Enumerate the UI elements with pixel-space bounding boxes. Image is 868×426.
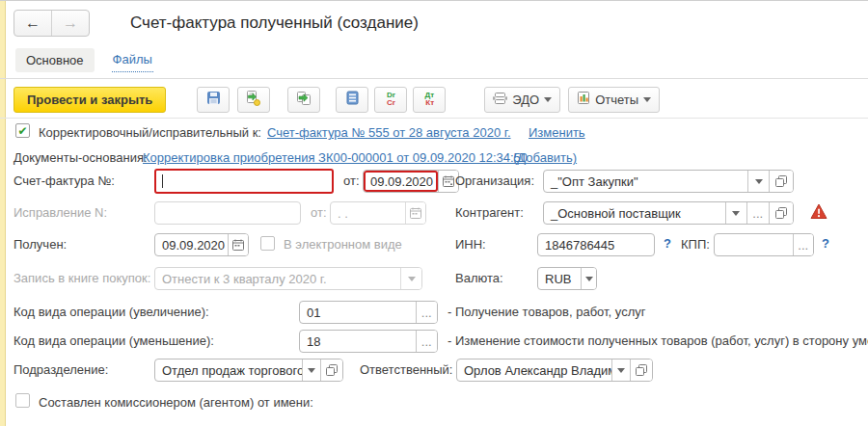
corrective-invoice-link[interactable]: Счет-фактура № 555 от 28 августа 2020 г. <box>267 125 511 140</box>
post-document-button[interactable] <box>237 87 270 113</box>
correction-date-group: . . <box>330 201 426 225</box>
drcr-international-button[interactable]: DrCr <box>374 87 407 113</box>
responsible-label: Ответственный: <box>360 362 452 377</box>
invoice-date-label: от: <box>343 173 360 188</box>
calendar-icon[interactable] <box>405 202 425 224</box>
op-decrease-input[interactable]: 18 <box>300 331 416 352</box>
department-row: Подразделение: Отдел продаж торгового От… <box>0 358 868 385</box>
correction-date-label: от: <box>311 205 327 220</box>
corrective-checkbox[interactable] <box>15 123 30 138</box>
received-label: Получен: <box>14 237 67 252</box>
electronic-label: В электронном виде <box>284 237 402 252</box>
edo-exchange-icon <box>493 92 507 108</box>
op-increase-input[interactable]: 01 <box>300 302 416 323</box>
tab-files[interactable]: Файлы <box>112 47 153 72</box>
ellipsis-select-button[interactable]: ... <box>793 234 813 255</box>
correction-row: Исправление N: от: . . Контрагент: _Осно… <box>0 200 868 227</box>
op-increase-description: - Получение товаров, работ, услуг <box>448 305 646 319</box>
currency-select[interactable]: RUB <box>537 267 597 290</box>
calendar-icon[interactable] <box>228 234 248 255</box>
corrective-change-link[interactable]: Изменить <box>529 125 585 140</box>
reports-menu-label: Отчеты <box>595 93 638 107</box>
op-increase-label: Код вида операции (увеличение): <box>14 305 209 319</box>
invoice-date-input[interactable]: 09.09.2020 <box>364 171 438 192</box>
received-date-group: 09.09.2020 <box>154 233 249 256</box>
responsible-field-group: Орлов Александр Владимирович <box>456 359 653 382</box>
register-list-icon <box>346 91 359 108</box>
counterparty-field-group: _Основной поставщик ... <box>543 201 794 225</box>
organization-input[interactable]: _"Опт Закупки" <box>544 171 747 192</box>
chevron-down-icon[interactable] <box>747 171 768 192</box>
register-records-button[interactable] <box>336 87 368 113</box>
edo-menu-label: ЭДО <box>512 93 539 107</box>
invoice-number-input[interactable] <box>154 169 334 194</box>
chevron-down-icon[interactable] <box>400 268 421 289</box>
organization-field-group: _"Опт Закупки" <box>543 170 794 193</box>
kpp-help-icon[interactable]: ? <box>822 236 829 251</box>
inn-input[interactable]: 1846786445 <box>537 233 655 256</box>
base-doc-link[interactable]: Корректировка приобретения ЗК00-000001 о… <box>143 150 528 165</box>
form-header: Счет-фактура полученный (создание) <box>14 10 419 37</box>
purchase-book-select[interactable]: Отнести к 3 кварталу 2020 г. <box>154 267 422 290</box>
department-input[interactable]: Отдел продаж торгового <box>155 359 302 381</box>
copy-documents-icon <box>296 91 312 109</box>
tab-bar: Основное Файлы <box>15 47 153 72</box>
dtkt-postings-button[interactable]: ДтКт <box>413 87 446 113</box>
ellipsis-select-button[interactable]: ... <box>416 302 437 323</box>
commissioner-row: Составлен комиссионером (агентом) от име… <box>0 390 868 417</box>
op-code-decrease-row: Код вида операции (уменьшение): 18 ... -… <box>0 329 868 356</box>
op-code-increase-row: Код вида операции (увеличение): 01 ... -… <box>0 300 868 327</box>
invoice-received-form: { "colors": { "accent_yellow": "#fcd103"… <box>0 0 868 426</box>
correction-number-input[interactable] <box>154 201 301 225</box>
post-and-close-button[interactable]: Провести и закрыть <box>14 87 166 113</box>
toolbar: Провести и закрыть DrCr ДтКт ЭДО <box>14 86 660 113</box>
op-decrease-label: Код вида операции (уменьшение): <box>14 333 214 348</box>
text-caret <box>162 174 163 188</box>
department-field-group: Отдел продаж торгового <box>154 359 343 382</box>
edo-menu-button[interactable]: ЭДО <box>484 87 560 113</box>
inn-help-icon[interactable]: ? <box>664 236 671 251</box>
ellipsis-select-button[interactable]: ... <box>416 331 437 352</box>
toolbar-separator <box>0 118 868 119</box>
commissioner-label: Составлен комиссионером (агентом) от име… <box>39 395 313 410</box>
currency-label: Валюта: <box>455 271 503 285</box>
back-arrow-icon[interactable] <box>14 11 51 36</box>
op-increase-field-group: 01 ... <box>299 301 438 324</box>
open-link-icon[interactable] <box>769 202 793 224</box>
inn-label: ИНН: <box>455 237 486 252</box>
electronic-checkbox[interactable] <box>260 236 275 251</box>
kpp-field-group: ... <box>714 233 814 256</box>
department-label: Подразделение: <box>14 362 108 377</box>
reports-menu-button[interactable]: Отчеты <box>568 87 660 113</box>
counterparty-input[interactable]: _Основной поставщик <box>544 202 725 224</box>
save-button[interactable] <box>197 87 230 113</box>
invoice-number-label: Счет-фактура №: <box>14 173 115 188</box>
open-link-icon[interactable] <box>769 171 793 192</box>
organization-label: Организация: <box>455 173 534 188</box>
invoice-number-row: Счет-фактура №: от: 09.09.2020 Организац… <box>0 169 868 196</box>
received-row: Получен: 09.09.2020 В электронном виде И… <box>0 232 868 259</box>
op-decrease-field-group: 18 ... <box>299 330 438 353</box>
commissioner-checkbox[interactable] <box>15 393 30 408</box>
corrective-label: Корректировочный/исправительный к: <box>39 125 261 140</box>
chevron-down-icon <box>544 97 552 106</box>
chevron-down-icon[interactable] <box>611 359 630 381</box>
invoice-date-group: 09.09.2020 <box>363 170 459 193</box>
purchase-book-row: Запись в книге покупок: Отнести к 3 квар… <box>0 266 868 293</box>
correction-date-input[interactable]: . . <box>331 202 405 224</box>
ellipsis-select-button[interactable]: ... <box>746 202 769 224</box>
chevron-down-icon[interactable] <box>581 268 596 289</box>
counterparty-warning-icon[interactable] <box>810 203 827 223</box>
forward-arrow-icon[interactable] <box>51 11 89 36</box>
chevron-down-icon[interactable] <box>302 359 320 381</box>
tab-main[interactable]: Основное <box>15 48 95 72</box>
tabs-separator <box>0 78 868 79</box>
create-based-on-button[interactable] <box>287 87 320 113</box>
chevron-down-icon[interactable] <box>725 202 746 224</box>
responsible-input[interactable]: Орлов Александр Владимирович <box>457 359 611 381</box>
open-link-icon[interactable] <box>320 359 342 381</box>
open-link-icon[interactable] <box>630 359 652 381</box>
base-doc-add-link[interactable]: (Добавить) <box>513 150 577 165</box>
kpp-input[interactable] <box>715 234 793 255</box>
received-date-input[interactable]: 09.09.2020 <box>155 234 228 255</box>
